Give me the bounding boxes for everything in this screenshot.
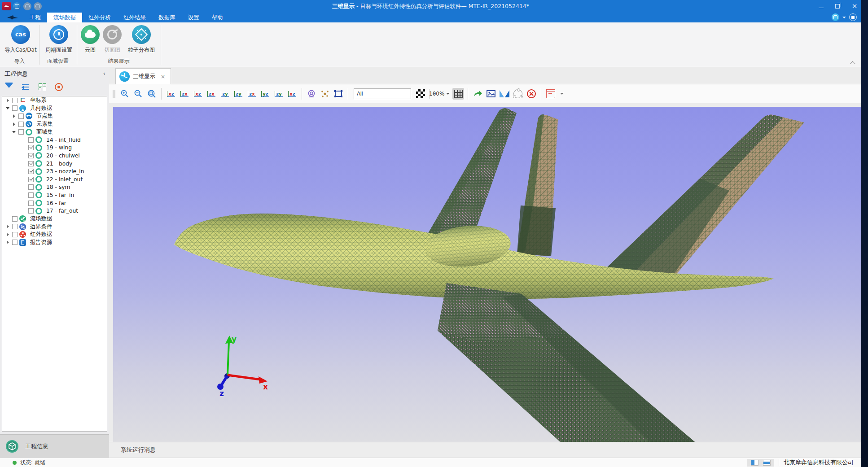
close-button[interactable]: ✕ [851, 2, 858, 10]
tree-item[interactable]: 21 - body [2, 160, 107, 168]
package-dropdown-icon[interactable] [560, 93, 564, 96]
display-filter-combobox[interactable] [354, 88, 411, 99]
cancel-icon[interactable] [526, 88, 537, 100]
project-info-panel-button[interactable]: 工程信息 [0, 434, 109, 458]
visibility-checkbox[interactable] [12, 105, 18, 111]
menu-item-settings[interactable]: 设置 [182, 13, 206, 22]
zoom-fit-icon[interactable] [146, 88, 158, 100]
axis-view-button[interactable]: xz [192, 88, 204, 100]
expander-closed-icon[interactable] [11, 113, 18, 119]
tree-item[interactable]: 流场数据 [2, 215, 107, 223]
combobox-dropdown-icon[interactable] [429, 89, 430, 99]
style-dropdown-icon[interactable] [842, 17, 846, 20]
tree-item[interactable]: 坐标系 [2, 96, 107, 105]
visibility-checkbox[interactable] [28, 201, 34, 206]
left-panel-toggle-icon[interactable] [751, 460, 758, 466]
collapse-list-icon[interactable] [21, 83, 30, 92]
scatter-nodes-icon[interactable] [319, 88, 331, 100]
zoom-in-icon[interactable] [119, 88, 131, 100]
menu-item-help[interactable]: 帮助 [206, 13, 229, 22]
tab-close-icon[interactable]: × [161, 74, 165, 80]
export-arrow-icon[interactable] [472, 88, 483, 100]
axis-view-button[interactable]: zx [179, 88, 190, 100]
filter-icon[interactable] [4, 83, 13, 92]
tree-item[interactable]: 报告资源 [2, 239, 107, 247]
axis-view-button[interactable]: zy [273, 88, 285, 100]
axis-view-button[interactable]: zy [219, 88, 231, 100]
tree-item[interactable]: 边界条件 [2, 223, 107, 231]
zoom-out-icon[interactable] [132, 88, 144, 100]
expander-closed-icon[interactable] [5, 223, 11, 230]
grid-toggle-icon[interactable] [452, 88, 464, 100]
grid-view-icon[interactable] [38, 83, 47, 92]
tree-item[interactable]: 面域集 [2, 128, 107, 136]
tree-item[interactable]: 22 - inlet_out [2, 175, 107, 183]
tree-item[interactable]: 节点集 [2, 112, 107, 120]
menu-item-project[interactable]: 工程 [23, 13, 47, 22]
visibility-checkbox[interactable] [28, 184, 34, 190]
toolbar-drag-handle[interactable] [113, 90, 116, 98]
expander-closed-icon[interactable] [11, 121, 18, 127]
transparency-checker-icon[interactable] [415, 88, 426, 100]
visibility-checkbox[interactable] [12, 240, 18, 245]
menu-item-flowfield[interactable]: 流场数据 [47, 13, 82, 22]
visibility-checkbox[interactable] [28, 208, 34, 214]
layout-icon[interactable] [849, 13, 857, 21]
tree-item[interactable]: 元素集 [2, 120, 107, 128]
minimize-button[interactable] [819, 4, 824, 8]
import-casdat-button[interactable]: cas 导入Cas/Dat [4, 25, 38, 54]
camera-icon[interactable] [306, 88, 317, 100]
style-icon[interactable] [832, 13, 839, 21]
expander-closed-icon[interactable] [5, 97, 11, 104]
visibility-checkbox[interactable] [12, 232, 18, 237]
menu-item-database[interactable]: 数据库 [152, 13, 182, 22]
axis-view-button[interactable]: zy [232, 88, 244, 100]
visibility-checkbox[interactable] [18, 122, 24, 127]
ribbon-collapse-icon[interactable] [851, 61, 855, 64]
menu-item-ir-analysis[interactable]: 红外分析 [82, 13, 117, 22]
tree-item[interactable]: 17 - far_out [2, 207, 107, 215]
expander-closed-icon[interactable] [5, 231, 11, 238]
tree-item[interactable]: 19 - wing [2, 144, 107, 152]
tree-item[interactable]: 红外数据 [2, 231, 107, 239]
visibility-checkbox[interactable] [28, 177, 34, 182]
bottom-panel-toggle-icon[interactable] [763, 460, 771, 466]
tab-3d-display[interactable]: 三维显示 × [115, 68, 171, 84]
axis-view-button[interactable]: yz [259, 88, 271, 100]
tree-item[interactable]: 20 - chuiwei [2, 152, 107, 160]
visibility-checkbox[interactable] [12, 224, 18, 229]
screenshot-icon[interactable] [485, 88, 497, 100]
visibility-checkbox[interactable] [28, 169, 34, 174]
expander-open-icon[interactable] [11, 129, 18, 135]
particle-distribution-button[interactable]: 粒子分布图 [124, 25, 159, 54]
package-icon[interactable] [545, 88, 557, 100]
contour-button[interactable]: 云图 [80, 25, 101, 54]
tree-item[interactable]: 14 - int_fluid [2, 136, 107, 144]
visibility-checkbox[interactable] [28, 192, 34, 198]
visibility-checkbox[interactable] [12, 98, 18, 103]
axis-view-button[interactable]: xz [165, 88, 177, 100]
restore-button[interactable] [835, 4, 840, 9]
tree-item[interactable]: 16 - far [2, 199, 107, 207]
visibility-checkbox[interactable] [12, 216, 18, 222]
expander-open-icon[interactable] [5, 105, 11, 111]
panel-collapse-icon[interactable]: ‹ [103, 70, 105, 77]
expander-closed-icon[interactable] [5, 239, 11, 245]
menu-item-ir-result[interactable]: 红外结果 [117, 13, 152, 22]
message-bar[interactable]: 系统运行消息 [109, 442, 861, 458]
visibility-checkbox[interactable] [18, 113, 24, 119]
visibility-checkbox[interactable] [28, 153, 34, 158]
axis-view-button[interactable]: xz [286, 88, 298, 100]
visibility-checkbox[interactable] [28, 145, 34, 150]
tree-item[interactable]: 18 - sym [2, 183, 107, 192]
visibility-checkbox[interactable] [28, 161, 34, 166]
axis-view-button[interactable]: zx [246, 88, 258, 100]
visibility-checkbox[interactable] [18, 129, 24, 135]
orbit-icon[interactable] [512, 88, 524, 100]
title-bar[interactable]: 三维显示 - 目标与环境红外特性仿真分析与评估软件— MTE-IR_202105… [0, 0, 861, 13]
tree-item[interactable]: 23 - nozzle_in [2, 167, 107, 175]
locate-icon[interactable] [54, 83, 63, 92]
tree-item[interactable]: 15 - far_in [2, 191, 107, 199]
visibility-checkbox[interactable] [28, 137, 34, 143]
tree-item[interactable]: 几何数据 [2, 105, 107, 113]
